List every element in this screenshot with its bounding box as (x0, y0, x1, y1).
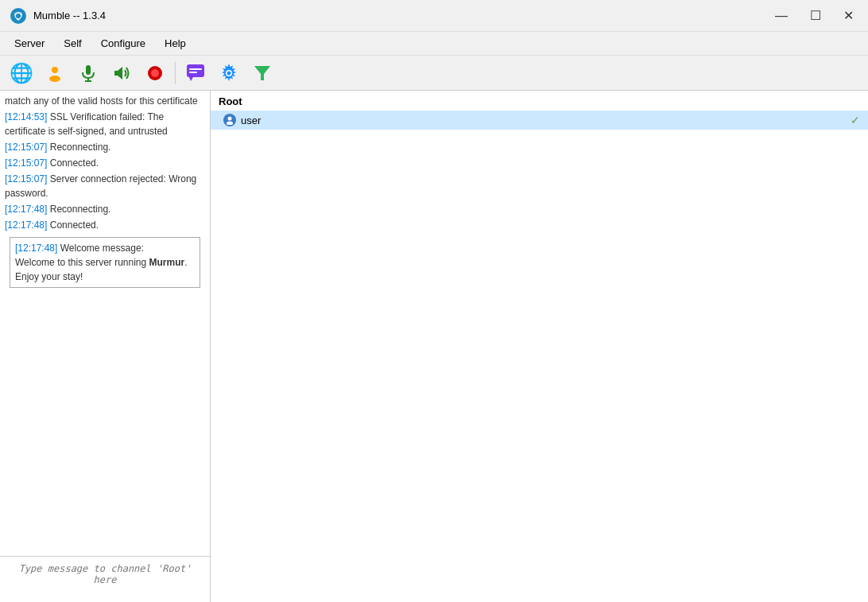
welcome-message-box: [12:17:48] Welcome message:Welcome to th… (10, 237, 200, 288)
settings-icon (219, 63, 239, 84)
toolbar: 🌐 (0, 56, 868, 91)
main-content: match any of the valid hosts for this ce… (0, 91, 868, 602)
app-icon (10, 7, 27, 25)
filter-icon (252, 63, 273, 84)
chat-panel: match any of the valid hosts for this ce… (0, 91, 211, 602)
log-entry: [12:14:53] SSL Verification failed: The … (5, 110, 205, 138)
chat-input[interactable] (0, 557, 210, 600)
settings-button[interactable] (214, 59, 244, 87)
username-label: user (241, 115, 261, 126)
maximize-button[interactable]: ☐ (805, 6, 826, 25)
svg-rect-13 (189, 72, 197, 73)
record-button[interactable] (140, 59, 170, 87)
svg-point-9 (151, 69, 159, 77)
speaker-button[interactable] (107, 59, 137, 87)
menu-server[interactable]: Server (6, 34, 52, 52)
chat-input-area (0, 556, 210, 602)
user-check-icon: ✓ (851, 114, 860, 126)
log-entry: [12:15:07] Server connection rejected: W… (5, 172, 205, 200)
minimize-button[interactable]: — (770, 6, 792, 25)
svg-marker-17 (254, 66, 270, 80)
info-button[interactable] (40, 59, 70, 87)
chat-log[interactable]: match any of the valid hosts for this ce… (0, 91, 210, 556)
menu-bar: Server Self Configure Help (0, 32, 868, 56)
svg-point-16 (227, 71, 231, 75)
record-icon (145, 64, 165, 83)
title-bar: Mumble -- 1.3.4 — ☐ ✕ (0, 0, 868, 32)
log-entry: [12:17:48] Connected. (5, 218, 205, 232)
microphone-icon (79, 64, 98, 83)
speaker-icon (112, 64, 131, 83)
svg-point-2 (52, 67, 58, 73)
toolbar-separator (175, 62, 176, 84)
title-text: Mumble -- 1.3.4 (33, 10, 106, 21)
filter-button[interactable] (247, 59, 277, 87)
chat-button[interactable] (180, 59, 211, 87)
user-item[interactable]: user ✓ (211, 111, 868, 130)
menu-configure[interactable]: Configure (93, 34, 153, 52)
svg-point-19 (227, 122, 233, 126)
window-controls: — ☐ ✕ (770, 6, 858, 25)
log-entry: [12:15:07] Reconnecting. (5, 140, 205, 154)
globe-icon: 🌐 (10, 62, 33, 84)
svg-rect-10 (187, 64, 204, 77)
info-icon (45, 64, 64, 83)
svg-rect-4 (86, 65, 91, 75)
log-entry: match any of the valid hosts for this ce… (5, 94, 205, 108)
microphone-button[interactable] (73, 59, 103, 87)
svg-rect-12 (189, 68, 202, 70)
log-entry: [12:17:48] Reconnecting. (5, 202, 205, 216)
svg-point-1 (16, 14, 21, 18)
globe-button[interactable]: 🌐 (6, 59, 37, 87)
menu-self[interactable]: Self (56, 34, 89, 52)
user-avatar-icon (223, 114, 236, 126)
log-entry: [12:15:07] Connected. (5, 156, 205, 170)
root-channel-label: Root (211, 91, 868, 111)
close-button[interactable]: ✕ (839, 6, 858, 25)
server-panel[interactable]: Root user ✓ (211, 91, 868, 602)
menu-help[interactable]: Help (157, 34, 194, 52)
svg-marker-11 (189, 77, 193, 81)
title-left: Mumble -- 1.3.4 (10, 7, 106, 25)
svg-point-18 (228, 117, 232, 121)
svg-point-3 (49, 76, 60, 82)
chat-icon (185, 63, 206, 84)
svg-marker-7 (114, 67, 122, 80)
